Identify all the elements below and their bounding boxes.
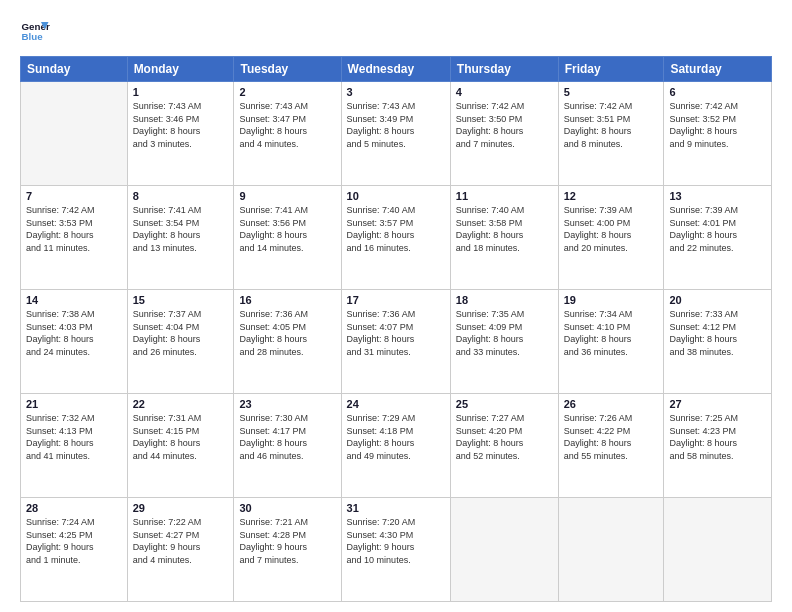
calendar-cell: 2Sunrise: 7:43 AM Sunset: 3:47 PM Daylig… (234, 82, 341, 186)
day-info: Sunrise: 7:42 AM Sunset: 3:51 PM Dayligh… (564, 100, 659, 150)
day-info: Sunrise: 7:25 AM Sunset: 4:23 PM Dayligh… (669, 412, 766, 462)
day-info: Sunrise: 7:41 AM Sunset: 3:56 PM Dayligh… (239, 204, 335, 254)
day-number: 13 (669, 190, 766, 202)
weekday-tuesday: Tuesday (234, 57, 341, 82)
weekday-friday: Friday (558, 57, 664, 82)
day-info: Sunrise: 7:20 AM Sunset: 4:30 PM Dayligh… (347, 516, 445, 566)
calendar-cell: 9Sunrise: 7:41 AM Sunset: 3:56 PM Daylig… (234, 186, 341, 290)
day-number: 30 (239, 502, 335, 514)
day-info: Sunrise: 7:38 AM Sunset: 4:03 PM Dayligh… (26, 308, 122, 358)
calendar-body: 1Sunrise: 7:43 AM Sunset: 3:46 PM Daylig… (21, 82, 772, 602)
day-info: Sunrise: 7:39 AM Sunset: 4:01 PM Dayligh… (669, 204, 766, 254)
day-info: Sunrise: 7:43 AM Sunset: 3:49 PM Dayligh… (347, 100, 445, 150)
calendar-cell: 7Sunrise: 7:42 AM Sunset: 3:53 PM Daylig… (21, 186, 128, 290)
calendar-cell (664, 498, 772, 602)
day-info: Sunrise: 7:35 AM Sunset: 4:09 PM Dayligh… (456, 308, 553, 358)
day-number: 11 (456, 190, 553, 202)
day-info: Sunrise: 7:27 AM Sunset: 4:20 PM Dayligh… (456, 412, 553, 462)
calendar-cell (21, 82, 128, 186)
day-info: Sunrise: 7:24 AM Sunset: 4:25 PM Dayligh… (26, 516, 122, 566)
week-row-4: 21Sunrise: 7:32 AM Sunset: 4:13 PM Dayli… (21, 394, 772, 498)
calendar-cell: 5Sunrise: 7:42 AM Sunset: 3:51 PM Daylig… (558, 82, 664, 186)
day-number: 29 (133, 502, 229, 514)
day-number: 1 (133, 86, 229, 98)
day-number: 18 (456, 294, 553, 306)
day-number: 4 (456, 86, 553, 98)
day-number: 25 (456, 398, 553, 410)
day-info: Sunrise: 7:31 AM Sunset: 4:15 PM Dayligh… (133, 412, 229, 462)
calendar-cell: 25Sunrise: 7:27 AM Sunset: 4:20 PM Dayli… (450, 394, 558, 498)
weekday-saturday: Saturday (664, 57, 772, 82)
calendar-cell: 18Sunrise: 7:35 AM Sunset: 4:09 PM Dayli… (450, 290, 558, 394)
calendar-cell: 24Sunrise: 7:29 AM Sunset: 4:18 PM Dayli… (341, 394, 450, 498)
day-info: Sunrise: 7:41 AM Sunset: 3:54 PM Dayligh… (133, 204, 229, 254)
day-number: 7 (26, 190, 122, 202)
day-info: Sunrise: 7:43 AM Sunset: 3:46 PM Dayligh… (133, 100, 229, 150)
calendar-cell: 8Sunrise: 7:41 AM Sunset: 3:54 PM Daylig… (127, 186, 234, 290)
calendar-table: SundayMondayTuesdayWednesdayThursdayFrid… (20, 56, 772, 602)
day-info: Sunrise: 7:32 AM Sunset: 4:13 PM Dayligh… (26, 412, 122, 462)
day-number: 15 (133, 294, 229, 306)
weekday-sunday: Sunday (21, 57, 128, 82)
calendar-cell: 10Sunrise: 7:40 AM Sunset: 3:57 PM Dayli… (341, 186, 450, 290)
day-number: 9 (239, 190, 335, 202)
calendar-cell: 6Sunrise: 7:42 AM Sunset: 3:52 PM Daylig… (664, 82, 772, 186)
calendar-cell: 28Sunrise: 7:24 AM Sunset: 4:25 PM Dayli… (21, 498, 128, 602)
calendar-cell (450, 498, 558, 602)
day-info: Sunrise: 7:22 AM Sunset: 4:27 PM Dayligh… (133, 516, 229, 566)
day-number: 12 (564, 190, 659, 202)
day-info: Sunrise: 7:43 AM Sunset: 3:47 PM Dayligh… (239, 100, 335, 150)
calendar-cell (558, 498, 664, 602)
weekday-thursday: Thursday (450, 57, 558, 82)
day-info: Sunrise: 7:33 AM Sunset: 4:12 PM Dayligh… (669, 308, 766, 358)
calendar-cell: 15Sunrise: 7:37 AM Sunset: 4:04 PM Dayli… (127, 290, 234, 394)
week-row-2: 7Sunrise: 7:42 AM Sunset: 3:53 PM Daylig… (21, 186, 772, 290)
day-info: Sunrise: 7:21 AM Sunset: 4:28 PM Dayligh… (239, 516, 335, 566)
day-number: 3 (347, 86, 445, 98)
week-row-1: 1Sunrise: 7:43 AM Sunset: 3:46 PM Daylig… (21, 82, 772, 186)
day-info: Sunrise: 7:36 AM Sunset: 4:05 PM Dayligh… (239, 308, 335, 358)
calendar-cell: 4Sunrise: 7:42 AM Sunset: 3:50 PM Daylig… (450, 82, 558, 186)
calendar-cell: 20Sunrise: 7:33 AM Sunset: 4:12 PM Dayli… (664, 290, 772, 394)
calendar-cell: 17Sunrise: 7:36 AM Sunset: 4:07 PM Dayli… (341, 290, 450, 394)
day-info: Sunrise: 7:26 AM Sunset: 4:22 PM Dayligh… (564, 412, 659, 462)
calendar-cell: 12Sunrise: 7:39 AM Sunset: 4:00 PM Dayli… (558, 186, 664, 290)
day-number: 2 (239, 86, 335, 98)
day-number: 27 (669, 398, 766, 410)
calendar-cell: 14Sunrise: 7:38 AM Sunset: 4:03 PM Dayli… (21, 290, 128, 394)
day-number: 28 (26, 502, 122, 514)
day-info: Sunrise: 7:42 AM Sunset: 3:52 PM Dayligh… (669, 100, 766, 150)
day-number: 8 (133, 190, 229, 202)
day-info: Sunrise: 7:42 AM Sunset: 3:53 PM Dayligh… (26, 204, 122, 254)
day-info: Sunrise: 7:36 AM Sunset: 4:07 PM Dayligh… (347, 308, 445, 358)
weekday-header-row: SundayMondayTuesdayWednesdayThursdayFrid… (21, 57, 772, 82)
day-number: 6 (669, 86, 766, 98)
day-number: 14 (26, 294, 122, 306)
svg-text:Blue: Blue (22, 31, 44, 42)
day-number: 20 (669, 294, 766, 306)
day-info: Sunrise: 7:29 AM Sunset: 4:18 PM Dayligh… (347, 412, 445, 462)
weekday-monday: Monday (127, 57, 234, 82)
day-info: Sunrise: 7:37 AM Sunset: 4:04 PM Dayligh… (133, 308, 229, 358)
calendar-cell: 11Sunrise: 7:40 AM Sunset: 3:58 PM Dayli… (450, 186, 558, 290)
calendar-cell: 22Sunrise: 7:31 AM Sunset: 4:15 PM Dayli… (127, 394, 234, 498)
logo: General Blue (20, 16, 50, 46)
calendar-cell: 1Sunrise: 7:43 AM Sunset: 3:46 PM Daylig… (127, 82, 234, 186)
calendar-cell: 31Sunrise: 7:20 AM Sunset: 4:30 PM Dayli… (341, 498, 450, 602)
calendar-cell: 3Sunrise: 7:43 AM Sunset: 3:49 PM Daylig… (341, 82, 450, 186)
day-info: Sunrise: 7:40 AM Sunset: 3:57 PM Dayligh… (347, 204, 445, 254)
calendar-cell: 29Sunrise: 7:22 AM Sunset: 4:27 PM Dayli… (127, 498, 234, 602)
week-row-5: 28Sunrise: 7:24 AM Sunset: 4:25 PM Dayli… (21, 498, 772, 602)
day-info: Sunrise: 7:30 AM Sunset: 4:17 PM Dayligh… (239, 412, 335, 462)
day-number: 24 (347, 398, 445, 410)
day-info: Sunrise: 7:42 AM Sunset: 3:50 PM Dayligh… (456, 100, 553, 150)
day-info: Sunrise: 7:34 AM Sunset: 4:10 PM Dayligh… (564, 308, 659, 358)
calendar-cell: 30Sunrise: 7:21 AM Sunset: 4:28 PM Dayli… (234, 498, 341, 602)
calendar-cell: 13Sunrise: 7:39 AM Sunset: 4:01 PM Dayli… (664, 186, 772, 290)
day-number: 26 (564, 398, 659, 410)
day-number: 5 (564, 86, 659, 98)
calendar-cell: 16Sunrise: 7:36 AM Sunset: 4:05 PM Dayli… (234, 290, 341, 394)
calendar-cell: 23Sunrise: 7:30 AM Sunset: 4:17 PM Dayli… (234, 394, 341, 498)
calendar-cell: 19Sunrise: 7:34 AM Sunset: 4:10 PM Dayli… (558, 290, 664, 394)
calendar-cell: 27Sunrise: 7:25 AM Sunset: 4:23 PM Dayli… (664, 394, 772, 498)
